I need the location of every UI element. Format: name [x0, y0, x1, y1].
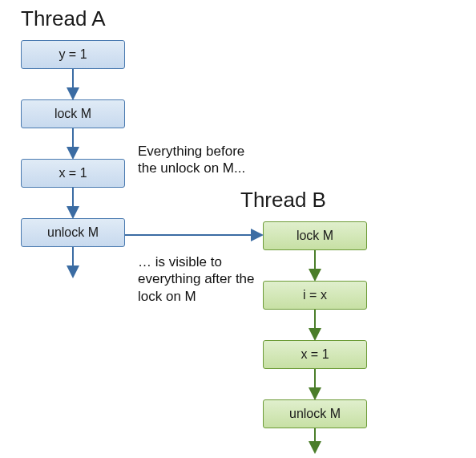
- thread-a-step-1: y = 1: [21, 40, 125, 69]
- thread-b-step-4: unlock M: [263, 399, 367, 428]
- thread-b-title: Thread B: [240, 188, 326, 213]
- thread-a-step-4: unlock M: [21, 218, 125, 247]
- thread-a-step-3: x = 1: [21, 159, 125, 188]
- thread-b-step-1: lock M: [263, 221, 367, 250]
- thread-a-step-2: lock M: [21, 99, 125, 128]
- note-before-unlock: Everything before the unlock on M...: [138, 143, 258, 177]
- note-after-lock: … is visible to everything after the loc…: [138, 253, 258, 305]
- thread-a-title: Thread A: [21, 6, 106, 31]
- thread-b-step-2: i = x: [263, 281, 367, 310]
- thread-b-step-3: x = 1: [263, 340, 367, 369]
